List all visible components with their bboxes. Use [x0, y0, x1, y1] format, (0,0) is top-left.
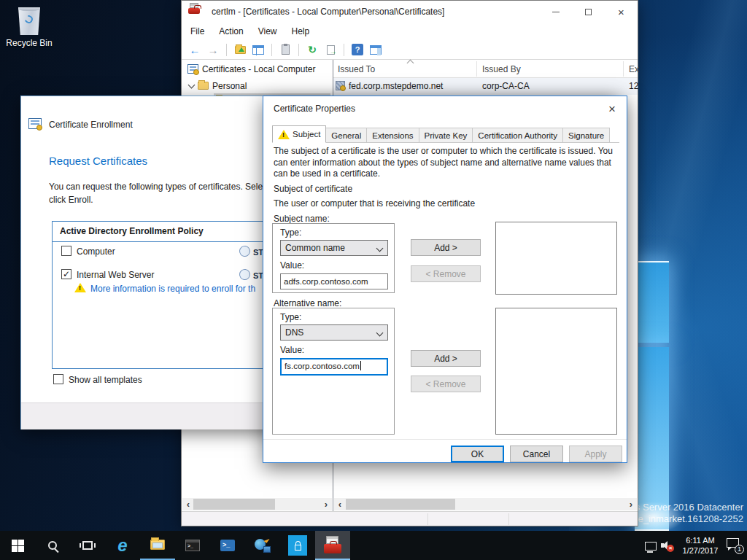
alt-remove-button[interactable]: < Remove	[411, 376, 481, 392]
close-icon: ×	[608, 104, 616, 114]
column-issued-to[interactable]: Issued To	[338, 64, 375, 74]
tab-private-key-label: Private Key	[425, 131, 468, 140]
search-button[interactable]	[35, 531, 70, 560]
console-tree-toggle-button[interactable]	[251, 42, 266, 57]
tree-item-personal[interactable]: Personal	[189, 79, 247, 93]
network-status-icon[interactable]	[645, 542, 657, 551]
volume-muted-icon[interactable]: ×	[661, 540, 674, 551]
alternative-name-label: Alternative name:	[274, 298, 341, 308]
screen: Recycle Bin ows Server 2016 Datacenter e…	[0, 0, 747, 560]
column-divider[interactable]	[623, 61, 624, 77]
file-explorer-button[interactable]	[140, 531, 175, 560]
subject-name-listbox[interactable]	[495, 222, 617, 295]
taskbar-clock[interactable]: 6:11 AM 1/27/2017	[678, 535, 722, 556]
tab-certification-authority[interactable]: Certification Authority	[473, 128, 563, 143]
computer-checkbox[interactable]	[61, 246, 71, 256]
tab-private-key[interactable]: Private Key	[419, 128, 473, 143]
info-icon[interactable]	[239, 245, 251, 257]
mmc-taskbar-button[interactable]	[315, 531, 350, 560]
export-list-button[interactable]: →	[323, 42, 338, 57]
help-button[interactable]: ?	[350, 42, 365, 57]
action-center-button[interactable]: 1	[727, 538, 743, 553]
subject-value-input[interactable]: adfs.corp.contoso.com	[280, 273, 388, 289]
network-tool-button[interactable]	[245, 531, 280, 560]
alt-value-input[interactable]: fs.corp.contoso.com	[280, 358, 388, 376]
start-button[interactable]	[0, 531, 35, 560]
task-view-button[interactable]	[70, 531, 105, 560]
tab-general-label: General	[331, 131, 361, 140]
column-expiration[interactable]: Ex	[629, 64, 639, 74]
cancel-button[interactable]: Cancel	[510, 446, 563, 462]
toolbar-separator	[226, 44, 227, 56]
apply-button[interactable]: Apply	[569, 446, 622, 462]
properties-button[interactable]	[278, 42, 293, 57]
certificate-row[interactable]: fed.corp.mstepdemo.net corp-CA-CA 12	[333, 78, 638, 95]
refresh-button[interactable]: ↻	[305, 42, 320, 57]
dialog-titlebar[interactable]: Certificate Properties ×	[263, 96, 627, 121]
alt-remove-label: < Remove	[425, 379, 465, 389]
recycle-bin-label: Recycle Bin	[6, 38, 53, 48]
alt-type-combobox[interactable]: DNS	[280, 324, 388, 341]
windows-logo-icon	[12, 540, 24, 552]
tab-subject-label: Subject	[293, 130, 320, 139]
subject-value-text: adfs.corp.contoso.com	[284, 277, 368, 286]
text-caret	[360, 361, 361, 370]
internet-explorer-button[interactable]: e	[105, 531, 140, 560]
alternative-name-group: Type: DNS Value: fs.corp.contoso.com	[272, 308, 395, 435]
menu-view[interactable]: View	[258, 26, 277, 36]
list-horizontal-scrollbar[interactable]: ‹ ›	[334, 498, 637, 510]
powershell-button[interactable]	[210, 531, 245, 560]
tab-extensions[interactable]: Extensions	[367, 128, 419, 143]
column-divider[interactable]	[476, 61, 477, 77]
tree-scrollbar-thumb[interactable]	[193, 499, 275, 510]
up-one-level-button[interactable]	[233, 42, 247, 57]
scroll-right-icon[interactable]: ›	[320, 499, 332, 510]
ok-button[interactable]: OK	[451, 446, 504, 462]
chevron-down-icon[interactable]	[188, 81, 196, 88]
tree-item-root[interactable]: Certificates - Local Computer	[187, 62, 315, 76]
mute-badge-icon: ×	[667, 545, 674, 552]
alternative-name-listbox[interactable]	[495, 308, 617, 435]
column-issued-by[interactable]: Issued By	[482, 64, 521, 74]
show-all-templates-checkbox[interactable]	[53, 374, 63, 384]
toolbar-separator	[298, 44, 299, 56]
tab-signature[interactable]: Signature	[563, 128, 610, 143]
back-button[interactable]: ←	[187, 42, 202, 57]
action-pane-toggle-button[interactable]	[368, 42, 383, 57]
menu-help[interactable]: Help	[292, 26, 310, 36]
internet-explorer-icon: e	[117, 537, 127, 554]
menu-file[interactable]: File	[190, 26, 204, 36]
forward-button[interactable]: →	[206, 42, 220, 57]
tree-horizontal-scrollbar[interactable]: ‹ ›	[182, 498, 332, 510]
internal-web-server-label[interactable]: Internal Web Server	[77, 270, 155, 280]
azure-ad-connect-button[interactable]	[280, 531, 315, 560]
more-information-link[interactable]: More information is required to enroll f…	[90, 284, 255, 294]
warning-icon	[74, 283, 86, 292]
subject-tab-description: The subject of a certificate is the user…	[274, 146, 619, 180]
tab-subject[interactable]: Subject	[272, 125, 326, 143]
dialog-title: Certificate Properties	[274, 104, 355, 114]
subject-type-combobox[interactable]: Common name	[280, 240, 388, 256]
subject-add-button[interactable]: Add >	[411, 239, 481, 256]
dialog-close-button[interactable]: ×	[597, 98, 627, 120]
recycle-bin-shortcut[interactable]: Recycle Bin	[6, 4, 53, 48]
scroll-right-icon[interactable]: ›	[625, 499, 637, 510]
tab-general[interactable]: General	[326, 128, 367, 143]
show-all-templates-label[interactable]: Show all templates	[69, 375, 142, 385]
info-icon[interactable]	[239, 268, 251, 281]
alt-add-button[interactable]: Add >	[411, 350, 481, 367]
mmc-titlebar[interactable]: certlm - [Certificates - Local Computer\…	[182, 1, 638, 23]
menu-action[interactable]: Action	[219, 26, 243, 36]
list-scrollbar-thumb[interactable]	[346, 499, 455, 510]
cancel-label: Cancel	[523, 449, 550, 459]
clock-date: 1/27/2017	[678, 545, 722, 556]
command-prompt-button[interactable]	[175, 531, 210, 560]
computer-label[interactable]: Computer	[77, 246, 115, 257]
mmc-maximize-button[interactable]	[572, 1, 605, 23]
scroll-left-icon[interactable]: ‹	[182, 499, 194, 510]
mmc-close-button[interactable]: ×	[605, 1, 638, 23]
subject-remove-button[interactable]: < Remove	[411, 265, 481, 282]
mmc-minimize-button[interactable]	[539, 1, 572, 23]
internal-web-server-checkbox[interactable]	[61, 269, 71, 279]
scroll-left-icon[interactable]: ‹	[334, 499, 346, 510]
